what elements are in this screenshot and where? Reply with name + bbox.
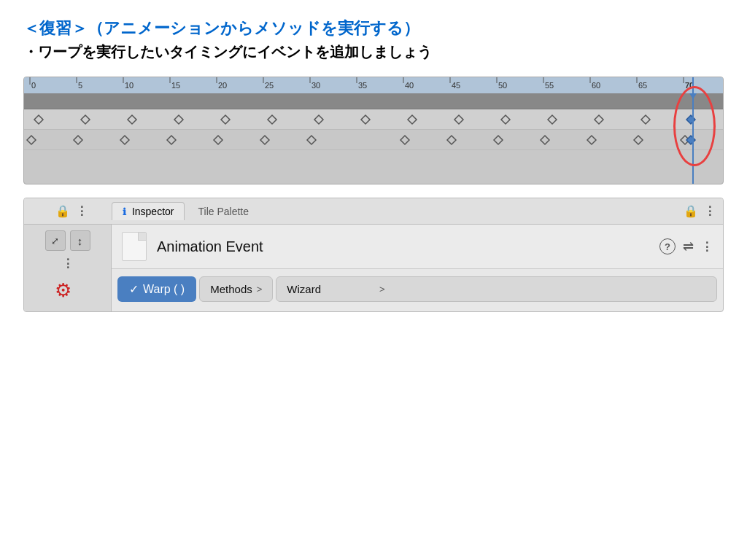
warp-button[interactable]: ✓ Warp ( ) — [117, 276, 196, 302]
ruler-svg: 0 5 10 15 20 25 30 35 40 45 — [24, 77, 723, 93]
warp-label: Warp ( ) — [143, 283, 185, 296]
inspector-body: ⤢ ↕ ⋮ ⚙ Animation Event — [24, 225, 723, 311]
page: ＜復習＞（アニメーションからメソッドを実行する） ・ワープを実行したいタイミング… — [0, 0, 747, 560]
inspector-right-icons: 🔒 ⋮ — [684, 204, 716, 218]
playhead-indicator — [689, 93, 697, 99]
svg-marker-41 — [501, 115, 510, 124]
expand-icon: ⤢ — [51, 236, 59, 246]
inspector-panel: 🔒 ⋮ ℹ Inspector Tile Palette 🔒 ⋮ — [23, 198, 724, 312]
sidebar-header-icons: 🔒 ⋮ — [31, 204, 112, 218]
playhead — [692, 77, 694, 184]
svg-marker-57 — [587, 136, 596, 144]
svg-marker-51 — [260, 136, 269, 144]
tab-tile-palette-label: Tile Palette — [198, 206, 249, 217]
sort-icon: ↕ — [77, 235, 83, 247]
svg-marker-33 — [128, 115, 136, 124]
svg-marker-53 — [400, 136, 409, 144]
svg-marker-36 — [268, 115, 276, 124]
svg-text:5: 5 — [78, 81, 82, 90]
svg-text:25: 25 — [265, 81, 274, 90]
svg-marker-34 — [174, 115, 183, 124]
sort-icon-btn[interactable]: ↕ — [70, 230, 90, 251]
animation-event-row: Animation Event ? ⇌ ⋮ — [112, 225, 723, 269]
more-icon-right[interactable]: ⋮ — [704, 204, 716, 218]
more-dots-row: ⋮ — [24, 257, 111, 271]
header-title: ＜復習＞（アニメーションからメソッドを実行する） — [23, 18, 724, 39]
sidebar-top-icons: ⤢ ↕ — [24, 230, 111, 251]
event-right-icons: ? ⇌ ⋮ — [659, 238, 713, 254]
svg-text:15: 15 — [171, 81, 180, 90]
tab-inspector[interactable]: ℹ Inspector — [112, 202, 185, 220]
svg-text:65: 65 — [638, 81, 647, 90]
timeline-panel: 0 5 10 15 20 25 30 35 40 45 — [23, 77, 724, 184]
wizard-button[interactable]: Wizard > — [276, 276, 717, 302]
svg-marker-49 — [167, 136, 176, 144]
tab-tile-palette[interactable]: Tile Palette — [187, 203, 259, 220]
lock-icon[interactable]: 🔒 — [55, 204, 70, 218]
svg-marker-35 — [221, 115, 230, 124]
svg-marker-55 — [494, 136, 503, 144]
gear-icon[interactable]: ⚙ — [55, 279, 81, 306]
methods-label: Methods — [210, 283, 252, 295]
sidebar-left: ⤢ ↕ ⋮ ⚙ — [24, 225, 112, 311]
track-row-2 — [24, 130, 723, 150]
track-header-row — [24, 93, 723, 109]
svg-text:60: 60 — [592, 81, 600, 90]
settings-adjust-icon[interactable]: ⇌ — [683, 238, 694, 254]
inspector-main: Animation Event ? ⇌ ⋮ ✓ Warp ( ) Methods — [112, 225, 723, 311]
svg-marker-60 — [686, 136, 695, 144]
svg-marker-46 — [27, 136, 36, 144]
timeline-ruler: 0 5 10 15 20 25 30 35 40 45 — [24, 77, 723, 93]
svg-marker-48 — [120, 136, 129, 144]
svg-marker-44 — [641, 115, 650, 124]
svg-marker-37 — [314, 115, 323, 124]
svg-text:50: 50 — [498, 81, 507, 90]
info-icon: ℹ — [123, 206, 126, 217]
header-section: ＜復習＞（アニメーションからメソッドを実行する） ・ワープを実行したいタイミング… — [23, 18, 724, 62]
svg-text:40: 40 — [405, 81, 414, 90]
svg-text:35: 35 — [358, 81, 367, 90]
svg-marker-50 — [214, 136, 222, 144]
svg-marker-45 — [686, 115, 695, 124]
svg-marker-54 — [447, 136, 456, 144]
methods-chevron: > — [257, 284, 263, 295]
tab-inspector-label: Inspector — [132, 206, 174, 217]
svg-text:55: 55 — [545, 81, 554, 90]
track-2-diamonds — [24, 130, 723, 150]
svg-marker-58 — [634, 136, 643, 144]
more-event-icon[interactable]: ⋮ — [701, 240, 713, 254]
svg-text:20: 20 — [218, 81, 227, 90]
track-1-diamonds — [24, 109, 723, 130]
wizard-chevron: > — [379, 284, 385, 295]
warp-checkmark: ✓ — [129, 282, 139, 296]
lock-icon-right[interactable]: 🔒 — [684, 204, 698, 218]
svg-marker-32 — [81, 115, 90, 124]
svg-text:0: 0 — [31, 81, 36, 90]
method-row: ✓ Warp ( ) Methods > Wizard > — [112, 269, 723, 309]
file-icon — [122, 232, 147, 261]
methods-button[interactable]: Methods > — [199, 276, 273, 302]
inspector-header: 🔒 ⋮ ℹ Inspector Tile Palette 🔒 ⋮ — [24, 198, 723, 225]
wizard-label: Wizard — [287, 283, 321, 295]
svg-text:10: 10 — [125, 81, 133, 90]
header-subtitle: ・ワープを実行したいタイミングにイベントを追加しましょう — [23, 42, 724, 62]
gear-row: ⚙ — [24, 279, 111, 306]
svg-marker-47 — [74, 136, 82, 144]
tab-bar: ℹ Inspector Tile Palette — [112, 202, 684, 220]
svg-marker-39 — [408, 115, 417, 124]
animation-event-title: Animation Event — [157, 238, 649, 255]
more-icon-sidebar[interactable]: ⋮ — [76, 204, 88, 218]
more-dots-icon[interactable]: ⋮ — [62, 257, 74, 271]
expand-icon-btn[interactable]: ⤢ — [45, 230, 66, 251]
svg-text:45: 45 — [452, 81, 460, 90]
svg-marker-43 — [595, 115, 603, 124]
svg-marker-40 — [454, 115, 463, 124]
svg-marker-52 — [307, 136, 316, 144]
svg-marker-31 — [34, 115, 43, 124]
svg-marker-56 — [541, 136, 549, 144]
track-row-1 — [24, 109, 723, 130]
svg-marker-38 — [361, 115, 370, 124]
help-icon[interactable]: ? — [659, 238, 676, 254]
svg-text:30: 30 — [311, 81, 320, 90]
svg-marker-42 — [548, 115, 557, 124]
